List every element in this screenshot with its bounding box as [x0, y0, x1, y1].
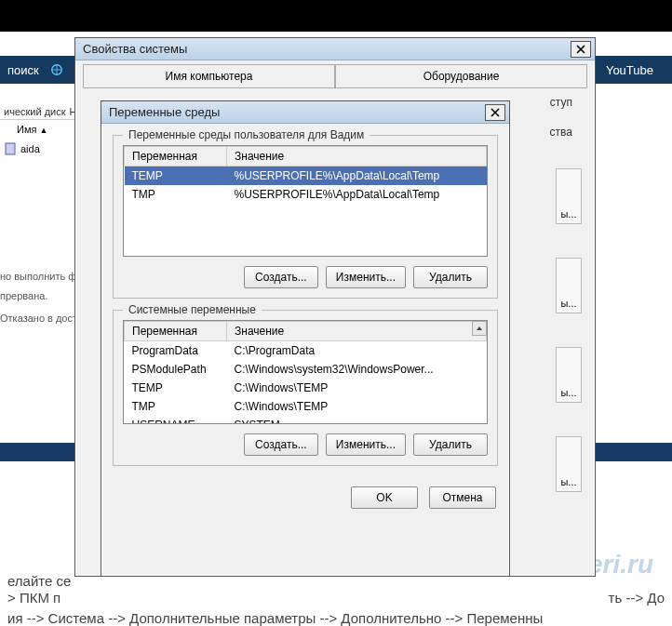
bg-footer-2: ия --> Система --> Дополнительные параме… [0, 610, 672, 626]
sys-vars-legend: Системные переменные [123, 303, 262, 316]
user-var-name: TEMP [125, 166, 227, 186]
sys-var-row[interactable]: TEMP C:\Windows\TEMP [125, 379, 487, 397]
tab-hardware[interactable]: Оборудование [335, 64, 587, 88]
ok-button[interactable]: OK [351, 486, 418, 509]
env-vars-title: Переменные среды [109, 105, 485, 119]
sys-var-value: C:\Windows\TEMP [227, 379, 487, 397]
user-delete-button[interactable]: Удалить [413, 266, 488, 288]
file-icon [4, 142, 17, 155]
sys-var-value: C:\ProgramData [227, 341, 487, 361]
user-var-row[interactable]: TEMP %USERPROFILE%\AppData\Local\Temp [125, 166, 487, 186]
partial-button-1[interactable] [556, 168, 582, 224]
user-var-name: TMP [125, 185, 227, 204]
close-button[interactable] [571, 41, 591, 58]
sys-delete-button[interactable]: Удалить [413, 433, 488, 456]
user-col-value[interactable]: Значение [227, 147, 487, 166]
sys-col-variable[interactable]: Переменная [125, 322, 227, 341]
system-properties-tabs: Имя компьютера Оборудование [83, 64, 587, 88]
scroll-up-button[interactable] [472, 321, 487, 336]
sys-vars-fieldset: Системные переменные Переменная Значение… [113, 310, 498, 466]
bg-file-list: ический диск Н Имя ▲ aida [0, 104, 84, 159]
user-vars-legend: Переменные среды пользователя для Вадим [123, 128, 370, 141]
user-vars-list[interactable]: Переменная Значение TEMP %USERPROFILE%\A… [123, 145, 488, 257]
sys-var-row[interactable]: ProgramDataC:\ProgramData [125, 341, 487, 361]
partial-buttons-column [556, 168, 582, 492]
env-vars-titlebar: Переменные среды [101, 101, 509, 124]
sys-vars-buttons: Создать... Изменить... Удалить [123, 433, 488, 456]
globe-icon [50, 63, 63, 76]
close-icon [490, 107, 501, 118]
user-vars-buttons: Создать... Изменить... Удалить [123, 266, 488, 288]
user-var-value: %USERPROFILE%\AppData\Local\Temp [227, 166, 487, 186]
bg-file-name: aida [20, 143, 40, 154]
partial-button-4[interactable] [556, 436, 582, 492]
user-create-button[interactable]: Создать... [244, 266, 318, 288]
sys-var-value: C:\Windows\TEMP [227, 397, 487, 416]
sys-var-name: TEMP [125, 379, 227, 397]
svg-rect-1 [6, 143, 15, 154]
user-var-row[interactable]: TMP %USERPROFILE%\AppData\Local\Temp [125, 185, 487, 204]
bg-black-bar [0, 0, 672, 32]
dialog-buttons: OK Отмена [101, 477, 509, 518]
system-properties-titlebar: Свойства системы [75, 38, 595, 60]
chevron-up-icon [476, 325, 483, 332]
sys-create-button[interactable]: Создать... [244, 433, 318, 456]
nav-search-text: поиск [7, 63, 39, 77]
close-icon [575, 44, 586, 55]
partial-button-3[interactable] [556, 347, 582, 403]
sys-var-value: SYSTEM [227, 416, 487, 424]
user-vars-fieldset: Переменные среды пользователя для Вадим … [113, 135, 498, 299]
sys-var-name: TMP [125, 397, 227, 416]
env-vars-window: Переменные среды Переменные среды пользо… [101, 100, 510, 577]
sys-var-name: USERNAME [125, 416, 227, 424]
partial-button-2[interactable] [556, 258, 582, 313]
bg-file-row[interactable]: aida [0, 139, 84, 159]
bg-col-nameheader: Имя ▲ [0, 120, 84, 139]
sys-edit-button[interactable]: Изменить... [326, 433, 406, 456]
cancel-button[interactable]: Отмена [429, 486, 496, 509]
sys-vars-list[interactable]: Переменная Значение ProgramDataC:\Progra… [123, 320, 488, 424]
system-properties-title: Свойства системы [83, 42, 571, 56]
sys-var-value: C:\Windows\system32\WindowsPower... [227, 360, 487, 379]
sys-col-value[interactable]: Значение [227, 322, 487, 341]
env-close-button[interactable] [485, 104, 505, 121]
bg-footer-1b: елайте се [7, 573, 71, 589]
user-col-variable[interactable]: Переменная [125, 147, 227, 166]
sys-var-name: ProgramData [125, 341, 227, 361]
user-edit-button[interactable]: Изменить... [326, 266, 406, 288]
sys-var-name: PSModulePath [125, 360, 227, 379]
sys-var-row[interactable]: USERNAMESYSTEM [125, 416, 487, 424]
bg-col-a: ический диск [4, 106, 66, 117]
nav-youtube-link[interactable]: YouTube [606, 63, 653, 77]
sys-var-row[interactable]: TMPC:\Windows\TEMP [125, 397, 487, 416]
tab-computer-name[interactable]: Имя компьютера [83, 64, 335, 88]
user-var-value: %USERPROFILE%\AppData\Local\Temp [227, 185, 487, 204]
bg-footer-1: > ПКМ п ть --> До [0, 590, 672, 606]
sys-var-row[interactable]: PSModulePathC:\Windows\system32\WindowsP… [125, 360, 487, 379]
